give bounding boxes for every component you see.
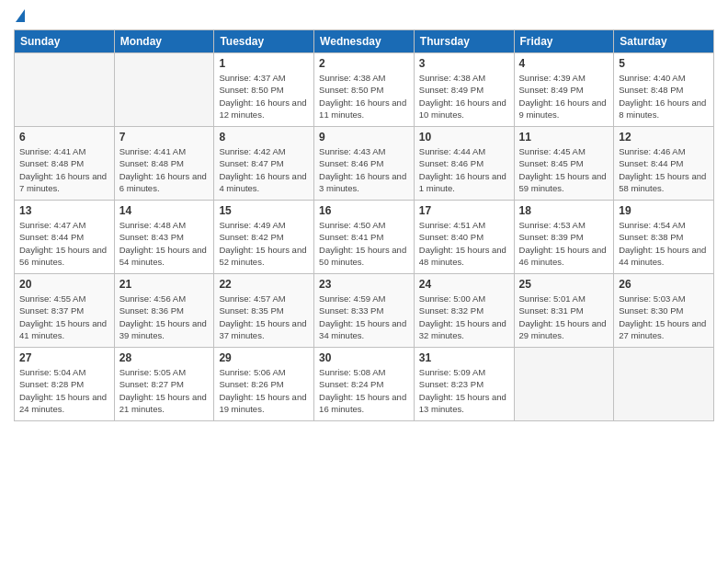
calendar-cell: 1Sunrise: 4:37 AM Sunset: 8:50 PM Daylig… — [214, 53, 314, 127]
week-row-2: 6Sunrise: 4:41 AM Sunset: 8:48 PM Daylig… — [15, 127, 714, 201]
day-info: Sunrise: 4:42 AM Sunset: 8:47 PM Dayligh… — [219, 145, 309, 194]
day-info: Sunrise: 4:38 AM Sunset: 8:50 PM Dayligh… — [319, 72, 409, 121]
calendar-cell: 8Sunrise: 4:42 AM Sunset: 8:47 PM Daylig… — [214, 127, 314, 201]
header — [14, 9, 714, 24]
calendar-cell: 5Sunrise: 4:40 AM Sunset: 8:48 PM Daylig… — [614, 53, 714, 127]
day-number: 16 — [319, 204, 409, 217]
day-number: 15 — [219, 204, 309, 217]
weekday-header-sunday: Sunday — [15, 30, 115, 53]
logo — [14, 9, 25, 24]
calendar-cell: 3Sunrise: 4:38 AM Sunset: 8:49 PM Daylig… — [414, 53, 514, 127]
day-number: 27 — [19, 351, 109, 364]
calendar-cell: 31Sunrise: 5:09 AM Sunset: 8:23 PM Dayli… — [414, 348, 514, 421]
day-number: 8 — [219, 131, 309, 144]
day-info: Sunrise: 4:43 AM Sunset: 8:46 PM Dayligh… — [319, 145, 409, 194]
calendar-cell — [614, 348, 714, 421]
day-info: Sunrise: 4:46 AM Sunset: 8:44 PM Dayligh… — [619, 145, 709, 194]
calendar-cell: 18Sunrise: 4:53 AM Sunset: 8:39 PM Dayli… — [514, 201, 614, 274]
page: SundayMondayTuesdayWednesdayThursdayFrid… — [0, 0, 728, 563]
day-info: Sunrise: 5:00 AM Sunset: 8:32 PM Dayligh… — [419, 293, 509, 341]
day-info: Sunrise: 4:51 AM Sunset: 8:40 PM Dayligh… — [419, 219, 509, 268]
day-info: Sunrise: 4:45 AM Sunset: 8:45 PM Dayligh… — [519, 145, 609, 194]
calendar-cell: 26Sunrise: 5:03 AM Sunset: 8:30 PM Dayli… — [614, 274, 714, 348]
day-number: 14 — [119, 204, 210, 217]
week-row-1: 1Sunrise: 4:37 AM Sunset: 8:50 PM Daylig… — [15, 53, 714, 127]
week-row-3: 13Sunrise: 4:47 AM Sunset: 8:44 PM Dayli… — [15, 201, 714, 274]
day-number: 6 — [19, 131, 109, 144]
day-info: Sunrise: 4:47 AM Sunset: 8:44 PM Dayligh… — [19, 219, 109, 268]
calendar-cell: 20Sunrise: 4:55 AM Sunset: 8:37 PM Dayli… — [15, 274, 115, 348]
day-info: Sunrise: 4:37 AM Sunset: 8:50 PM Dayligh… — [219, 72, 309, 121]
calendar-cell: 9Sunrise: 4:43 AM Sunset: 8:46 PM Daylig… — [314, 127, 415, 201]
calendar-cell: 11Sunrise: 4:45 AM Sunset: 8:45 PM Dayli… — [514, 127, 614, 201]
day-info: Sunrise: 4:57 AM Sunset: 8:35 PM Dayligh… — [219, 293, 309, 341]
day-info: Sunrise: 5:01 AM Sunset: 8:31 PM Dayligh… — [519, 293, 609, 341]
day-number: 13 — [19, 204, 109, 217]
day-number: 31 — [419, 351, 509, 364]
calendar-cell: 14Sunrise: 4:48 AM Sunset: 8:43 PM Dayli… — [114, 201, 214, 274]
calendar-cell: 12Sunrise: 4:46 AM Sunset: 8:44 PM Dayli… — [614, 127, 714, 201]
day-number: 28 — [119, 351, 210, 364]
day-info: Sunrise: 5:06 AM Sunset: 8:26 PM Dayligh… — [219, 366, 309, 415]
calendar-cell: 22Sunrise: 4:57 AM Sunset: 8:35 PM Dayli… — [214, 274, 314, 348]
day-number: 20 — [19, 278, 109, 291]
day-number: 26 — [619, 278, 709, 291]
week-row-5: 27Sunrise: 5:04 AM Sunset: 8:28 PM Dayli… — [15, 348, 714, 421]
calendar-cell: 24Sunrise: 5:00 AM Sunset: 8:32 PM Dayli… — [414, 274, 514, 348]
day-number: 12 — [619, 131, 709, 144]
day-info: Sunrise: 4:41 AM Sunset: 8:48 PM Dayligh… — [119, 145, 210, 194]
day-number: 7 — [119, 131, 210, 144]
day-number: 23 — [319, 278, 409, 291]
day-info: Sunrise: 4:53 AM Sunset: 8:39 PM Dayligh… — [519, 219, 609, 268]
calendar-cell — [15, 53, 115, 127]
weekday-header-saturday: Saturday — [614, 30, 714, 53]
day-info: Sunrise: 5:08 AM Sunset: 8:24 PM Dayligh… — [319, 366, 409, 415]
calendar-cell: 19Sunrise: 4:54 AM Sunset: 8:38 PM Dayli… — [614, 201, 714, 274]
logo-triangle-icon — [16, 9, 25, 22]
calendar-cell: 10Sunrise: 4:44 AM Sunset: 8:46 PM Dayli… — [414, 127, 514, 201]
calendar-cell: 7Sunrise: 4:41 AM Sunset: 8:48 PM Daylig… — [114, 127, 214, 201]
calendar-cell: 17Sunrise: 4:51 AM Sunset: 8:40 PM Dayli… — [414, 201, 514, 274]
weekday-header-friday: Friday — [514, 30, 614, 53]
day-info: Sunrise: 4:48 AM Sunset: 8:43 PM Dayligh… — [119, 219, 210, 268]
day-number: 9 — [319, 131, 409, 144]
day-info: Sunrise: 5:09 AM Sunset: 8:23 PM Dayligh… — [419, 366, 509, 415]
day-info: Sunrise: 5:05 AM Sunset: 8:27 PM Dayligh… — [119, 366, 210, 415]
calendar-cell: 25Sunrise: 5:01 AM Sunset: 8:31 PM Dayli… — [514, 274, 614, 348]
day-number: 22 — [219, 278, 309, 291]
day-number: 25 — [519, 278, 609, 291]
day-info: Sunrise: 4:41 AM Sunset: 8:48 PM Dayligh… — [19, 145, 109, 194]
day-number: 5 — [619, 57, 709, 70]
day-number: 17 — [419, 204, 509, 217]
calendar-cell: 29Sunrise: 5:06 AM Sunset: 8:26 PM Dayli… — [214, 348, 314, 421]
day-info: Sunrise: 4:39 AM Sunset: 8:49 PM Dayligh… — [519, 72, 609, 121]
day-info: Sunrise: 4:50 AM Sunset: 8:41 PM Dayligh… — [319, 219, 409, 268]
day-number: 18 — [519, 204, 609, 217]
day-number: 19 — [619, 204, 709, 217]
day-info: Sunrise: 4:54 AM Sunset: 8:38 PM Dayligh… — [619, 219, 709, 268]
day-info: Sunrise: 5:04 AM Sunset: 8:28 PM Dayligh… — [19, 366, 109, 415]
day-info: Sunrise: 4:56 AM Sunset: 8:36 PM Dayligh… — [119, 293, 210, 341]
calendar-cell: 6Sunrise: 4:41 AM Sunset: 8:48 PM Daylig… — [15, 127, 115, 201]
week-row-4: 20Sunrise: 4:55 AM Sunset: 8:37 PM Dayli… — [15, 274, 714, 348]
calendar-cell: 2Sunrise: 4:38 AM Sunset: 8:50 PM Daylig… — [314, 53, 415, 127]
day-number: 1 — [219, 57, 309, 70]
calendar-cell: 27Sunrise: 5:04 AM Sunset: 8:28 PM Dayli… — [15, 348, 115, 421]
calendar-cell — [514, 348, 614, 421]
calendar-cell: 4Sunrise: 4:39 AM Sunset: 8:49 PM Daylig… — [514, 53, 614, 127]
day-info: Sunrise: 4:38 AM Sunset: 8:49 PM Dayligh… — [419, 72, 509, 121]
calendar-cell — [114, 53, 214, 127]
day-info: Sunrise: 4:40 AM Sunset: 8:48 PM Dayligh… — [619, 72, 709, 121]
day-info: Sunrise: 4:44 AM Sunset: 8:46 PM Dayligh… — [419, 145, 509, 194]
day-number: 21 — [119, 278, 210, 291]
calendar-cell: 16Sunrise: 4:50 AM Sunset: 8:41 PM Dayli… — [314, 201, 415, 274]
weekday-header-row: SundayMondayTuesdayWednesdayThursdayFrid… — [15, 30, 714, 53]
weekday-header-wednesday: Wednesday — [314, 30, 415, 53]
calendar-cell: 15Sunrise: 4:49 AM Sunset: 8:42 PM Dayli… — [214, 201, 314, 274]
day-number: 2 — [319, 57, 409, 70]
day-number: 4 — [519, 57, 609, 70]
day-number: 3 — [419, 57, 509, 70]
weekday-header-tuesday: Tuesday — [214, 30, 314, 53]
calendar-cell: 23Sunrise: 4:59 AM Sunset: 8:33 PM Dayli… — [314, 274, 415, 348]
day-info: Sunrise: 4:59 AM Sunset: 8:33 PM Dayligh… — [319, 293, 409, 341]
